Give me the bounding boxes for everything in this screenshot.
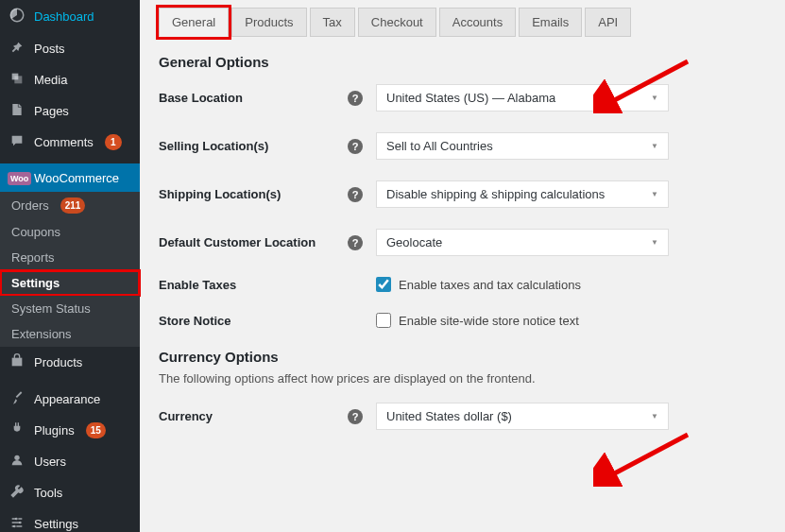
label: Appearance bbox=[34, 392, 100, 406]
enable-taxes-label: Enable Taxes bbox=[159, 278, 348, 292]
tab-products[interactable]: Products bbox=[231, 8, 306, 37]
sliders-icon bbox=[8, 515, 26, 532]
base-location-label: Base Location bbox=[159, 91, 348, 105]
pin-icon bbox=[8, 40, 26, 58]
base-location-select[interactable]: United States (US) — Alabama ▼ bbox=[376, 84, 669, 112]
svg-point-4 bbox=[13, 525, 16, 528]
user-icon bbox=[8, 453, 26, 471]
help-icon[interactable]: ? bbox=[348, 91, 363, 106]
wrench-icon bbox=[8, 484, 26, 502]
currency-label: Currency bbox=[159, 409, 348, 423]
help-icon[interactable]: ? bbox=[348, 187, 363, 202]
media-icon bbox=[8, 71, 26, 89]
sidebar-item-appearance[interactable]: Appearance bbox=[0, 384, 140, 415]
comment-icon bbox=[8, 133, 26, 151]
page-icon bbox=[8, 102, 26, 120]
label: Settings bbox=[34, 517, 78, 531]
plug-icon bbox=[8, 421, 26, 439]
sidebar-item-plugins[interactable]: Plugins 15 bbox=[0, 415, 140, 446]
sidebar-item-media[interactable]: Media bbox=[0, 64, 140, 95]
chevron-down-icon: ▼ bbox=[651, 190, 658, 198]
woo-icon: Woo bbox=[8, 170, 26, 185]
sidebar-sub-coupons[interactable]: Coupons bbox=[0, 219, 140, 245]
select-value: Disable shipping & shipping calculations bbox=[386, 187, 605, 201]
sidebar-sub-settings[interactable]: Settings bbox=[0, 270, 140, 296]
tab-accounts[interactable]: Accounts bbox=[439, 8, 516, 37]
chevron-down-icon: ▼ bbox=[651, 142, 658, 150]
sidebar-item-tools[interactable]: Tools bbox=[0, 477, 140, 508]
label: Products bbox=[34, 355, 82, 369]
label: Extensions bbox=[11, 327, 72, 341]
svg-point-2 bbox=[15, 518, 18, 521]
tab-api[interactable]: API bbox=[585, 8, 631, 37]
tab-tax[interactable]: Tax bbox=[310, 8, 355, 37]
shipping-location-select[interactable]: Disable shipping & shipping calculations… bbox=[376, 180, 669, 208]
label: Settings bbox=[11, 276, 60, 290]
enable-taxes-checkbox[interactable] bbox=[376, 277, 391, 292]
help-icon[interactable]: ? bbox=[348, 139, 363, 154]
store-notice-checkbox-wrap[interactable]: Enable site-wide store notice text bbox=[376, 313, 579, 328]
section-general-options: General Options bbox=[159, 54, 766, 70]
store-notice-checkbox[interactable] bbox=[376, 313, 391, 328]
sidebar-item-pages[interactable]: Pages bbox=[0, 95, 140, 127]
tab-general[interactable]: General bbox=[159, 8, 229, 37]
label: Tools bbox=[34, 486, 62, 500]
sidebar-sub-extensions[interactable]: Extensions bbox=[0, 321, 140, 347]
sidebar: Dashboard Posts Media Pages Comments 1 W… bbox=[0, 0, 140, 532]
label: Dashboard bbox=[34, 9, 94, 24]
sidebar-item-users[interactable]: Users bbox=[0, 446, 140, 477]
tab-emails[interactable]: Emails bbox=[519, 8, 582, 37]
sidebar-item-comments[interactable]: Comments 1 bbox=[0, 127, 140, 158]
chevron-down-icon: ▼ bbox=[651, 412, 658, 420]
shipping-location-label: Shipping Location(s) bbox=[159, 187, 348, 201]
sidebar-sub-orders[interactable]: Orders 211 bbox=[0, 192, 140, 219]
sidebar-item-products[interactable]: Products bbox=[0, 347, 140, 378]
label: Media bbox=[34, 73, 67, 87]
section-currency-options: Currency Options bbox=[159, 349, 766, 365]
help-icon[interactable]: ? bbox=[348, 409, 363, 424]
products-icon bbox=[8, 353, 26, 371]
chevron-down-icon: ▼ bbox=[651, 238, 658, 247]
tab-checkout[interactable]: Checkout bbox=[358, 8, 436, 37]
label: Plugins bbox=[34, 423, 75, 438]
tabs: General Products Tax Checkout Accounts E… bbox=[159, 8, 766, 37]
default-customer-location-label: Default Customer Location bbox=[159, 235, 348, 249]
label: Comments bbox=[34, 135, 94, 149]
svg-line-6 bbox=[607, 435, 688, 477]
svg-point-1 bbox=[14, 455, 19, 460]
label: Users bbox=[34, 455, 66, 469]
orders-badge: 211 bbox=[60, 197, 86, 214]
label: Posts bbox=[34, 42, 65, 56]
select-value: United States (US) — Alabama bbox=[386, 91, 555, 105]
default-customer-location-select[interactable]: Geolocate ▼ bbox=[376, 229, 669, 256]
plugins-badge: 15 bbox=[86, 422, 106, 438]
gauge-icon bbox=[8, 7, 26, 26]
enable-taxes-checkbox-wrap[interactable]: Enable taxes and tax calculations bbox=[376, 277, 581, 292]
select-value: Geolocate bbox=[386, 235, 442, 249]
sidebar-item-woocommerce[interactable]: Woo WooCommerce bbox=[0, 163, 140, 192]
main-content: General Products Tax Checkout Accounts E… bbox=[140, 0, 785, 532]
svg-point-3 bbox=[19, 522, 22, 524]
label: System Status bbox=[11, 301, 91, 316]
sidebar-item-dashboard[interactable]: Dashboard bbox=[0, 0, 140, 33]
label: Orders bbox=[11, 198, 49, 213]
currency-select[interactable]: United States dollar ($) ▼ bbox=[376, 403, 669, 430]
selling-location-label: Selling Location(s) bbox=[159, 139, 348, 153]
label: WooCommerce bbox=[34, 171, 119, 185]
brush-icon bbox=[8, 390, 26, 408]
selling-location-select[interactable]: Sell to All Countries ▼ bbox=[376, 132, 669, 160]
store-notice-label: Store Notice bbox=[159, 314, 348, 328]
comments-badge: 1 bbox=[105, 134, 122, 150]
chevron-down-icon: ▼ bbox=[651, 94, 658, 102]
sidebar-item-settings[interactable]: Settings bbox=[0, 508, 140, 532]
select-value: Sell to All Countries bbox=[386, 139, 493, 153]
checkbox-label: Enable taxes and tax calculations bbox=[399, 278, 581, 292]
select-value: United States dollar ($) bbox=[386, 409, 512, 423]
sidebar-sub-system-status[interactable]: System Status bbox=[0, 296, 140, 321]
annotation-arrow-icon bbox=[593, 430, 697, 487]
help-icon[interactable]: ? bbox=[348, 235, 363, 250]
sidebar-item-posts[interactable]: Posts bbox=[0, 33, 140, 64]
label: Reports bbox=[11, 250, 55, 265]
sidebar-sub-reports[interactable]: Reports bbox=[0, 245, 140, 270]
label: Pages bbox=[34, 104, 69, 118]
